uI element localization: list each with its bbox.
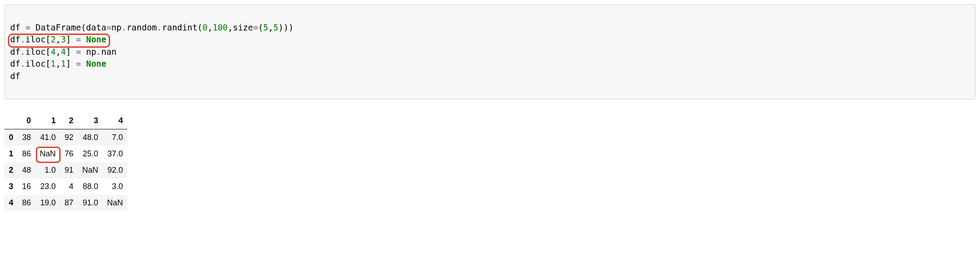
table-corner (4, 113, 18, 129)
col-header: 3 (78, 113, 103, 129)
table-cell: 92 (60, 129, 78, 146)
row-header: 1 (4, 146, 18, 162)
code-line-2: df.iloc[2,3] = None (10, 34, 106, 44)
code-cell: df = DataFrame(data=np.random.randint(0,… (4, 4, 976, 99)
table-row: 4 86 19.0 87 91.0 NaN (4, 195, 127, 211)
table-cell: 16 (18, 178, 35, 195)
table-cell: 25.0 (78, 146, 103, 162)
table-cell: 86 (18, 146, 35, 162)
table-cell: 38 (18, 129, 35, 146)
col-header: 1 (35, 113, 60, 129)
row-header: 0 (4, 129, 18, 146)
table-cell: 1.0 (35, 162, 60, 178)
table-row: 0 38 41.0 92 48.0 7.0 (4, 129, 127, 146)
col-header: 4 (103, 113, 127, 129)
table-cell: 48.0 (78, 129, 103, 146)
row-header: 3 (4, 178, 18, 195)
table-cell: 7.0 (103, 129, 127, 146)
table-cell: 3.0 (103, 178, 127, 195)
table-cell: 91.0 (78, 195, 103, 211)
code-line-3: df.iloc[4,4] = np.nan (10, 47, 116, 57)
table-header-row: 0 1 2 3 4 (4, 113, 127, 129)
row-header: 4 (4, 195, 18, 211)
table-cell: 76 (60, 146, 78, 162)
table-cell: 91 (60, 162, 78, 178)
table-cell: 41.0 (35, 129, 60, 146)
table-cell: NaN (78, 162, 103, 178)
table-row: 3 16 23.0 4 88.0 3.0 (4, 178, 127, 195)
code-line-4: df.iloc[1,1] = None (10, 59, 106, 68)
table-cell: 87 (60, 195, 78, 211)
table-row: 1 86 NaN 76 25.0 37.0 (4, 146, 127, 162)
code-line-1: df = DataFrame(data=np.random.randint(0,… (10, 23, 294, 32)
col-header: 0 (18, 113, 35, 129)
table-cell: 48 (18, 162, 35, 178)
table-cell: 23.0 (35, 178, 60, 195)
table-cell: NaN (35, 146, 60, 162)
table-cell: 92.0 (103, 162, 127, 178)
table-row: 2 48 1.0 91 NaN 92.0 (4, 162, 127, 178)
table-cell: 37.0 (103, 146, 127, 162)
output-area: 0 1 2 3 4 0 38 41.0 92 48.0 7.0 1 (4, 113, 976, 213)
table-cell: NaN (103, 195, 127, 211)
table-cell: 19.0 (35, 195, 60, 211)
code-line-5: df (10, 71, 20, 81)
row-header: 2 (4, 162, 18, 178)
table-cell: 88.0 (78, 178, 103, 195)
table-cell: 86 (18, 195, 35, 211)
col-header: 2 (60, 113, 78, 129)
table-cell: 4 (60, 178, 78, 195)
dataframe-table: 0 1 2 3 4 0 38 41.0 92 48.0 7.0 1 (4, 113, 127, 211)
